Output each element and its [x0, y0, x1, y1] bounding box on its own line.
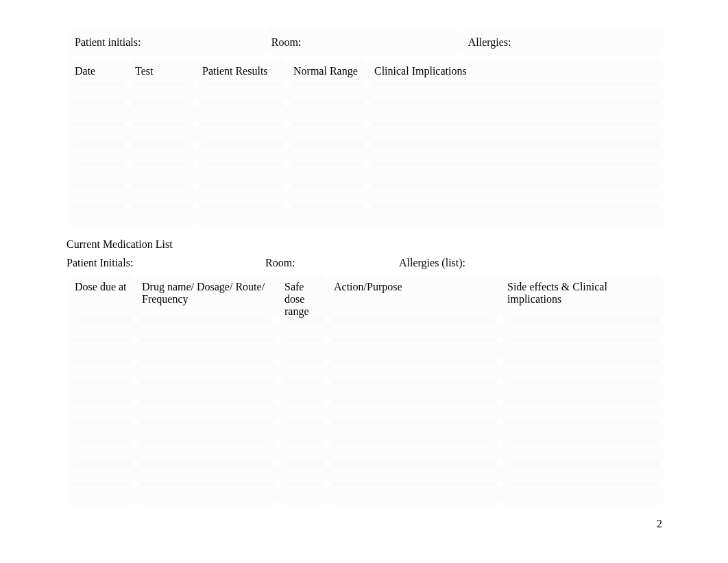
- labs-cell[interactable]: [370, 126, 661, 142]
- table-row: [71, 486, 661, 503]
- patient-info-table-1: Patient initials: Room: Allergies:: [65, 27, 666, 58]
- meds-header-safe-range: Safe dose range: [280, 278, 324, 318]
- labs-cell[interactable]: [71, 126, 125, 142]
- meds-cell[interactable]: [330, 384, 498, 400]
- meds-cell[interactable]: [280, 466, 324, 482]
- table-row: [71, 445, 661, 462]
- labs-cell[interactable]: [289, 167, 365, 184]
- labs-cell[interactable]: [71, 188, 125, 204]
- labs-cell[interactable]: [289, 105, 365, 122]
- labs-cell[interactable]: [370, 167, 661, 184]
- meds-cell[interactable]: [503, 404, 661, 421]
- table-row: [71, 167, 661, 184]
- meds-cell[interactable]: [138, 445, 275, 462]
- meds-allergies-cell[interactable]: Allergies (list):: [399, 252, 591, 274]
- meds-cell[interactable]: [71, 363, 132, 379]
- labs-cell[interactable]: [289, 208, 365, 225]
- labs-cell[interactable]: [289, 188, 365, 204]
- labs-cell[interactable]: [370, 188, 661, 204]
- labs-cell[interactable]: [198, 85, 284, 101]
- labs-cell[interactable]: [198, 147, 284, 163]
- meds-cell[interactable]: [330, 425, 498, 441]
- table-row: [71, 363, 661, 379]
- room-cell[interactable]: Room:: [267, 32, 459, 53]
- meds-cell[interactable]: [138, 425, 275, 441]
- labs-cell[interactable]: [71, 167, 125, 184]
- labs-cell[interactable]: [131, 126, 193, 142]
- table-row: [71, 85, 661, 101]
- labs-cell[interactable]: [198, 167, 284, 184]
- meds-cell[interactable]: [280, 363, 324, 379]
- meds-cell[interactable]: [503, 445, 661, 462]
- labs-cell[interactable]: [71, 147, 125, 163]
- meds-cell[interactable]: [71, 322, 132, 338]
- labs-cell[interactable]: [289, 126, 365, 142]
- meds-cell[interactable]: [138, 342, 275, 359]
- meds-cell[interactable]: [138, 466, 275, 482]
- meds-cell[interactable]: [503, 363, 661, 379]
- meds-cell[interactable]: [330, 363, 498, 379]
- labs-table: Date Test Patient Results Normal Range C…: [65, 58, 666, 229]
- meds-cell[interactable]: [71, 404, 132, 421]
- table-row: [71, 126, 661, 142]
- labs-cell[interactable]: [289, 147, 365, 163]
- table-row: [71, 466, 661, 482]
- page-number: 2: [657, 518, 662, 530]
- meds-cell[interactable]: [280, 404, 324, 421]
- meds-cell[interactable]: [71, 466, 132, 482]
- meds-cell[interactable]: [503, 466, 661, 482]
- meds-cell[interactable]: [280, 445, 324, 462]
- meds-cell[interactable]: [71, 384, 132, 400]
- meds-cell[interactable]: [503, 342, 661, 359]
- labs-cell[interactable]: [131, 208, 193, 225]
- meds-cell[interactable]: [280, 322, 324, 338]
- labs-cell[interactable]: [289, 85, 365, 101]
- meds-cell[interactable]: [503, 425, 661, 441]
- meds-cell[interactable]: [503, 384, 661, 400]
- meds-cell[interactable]: [330, 404, 498, 421]
- meds-cell[interactable]: [280, 425, 324, 441]
- labs-cell[interactable]: [131, 188, 193, 204]
- labs-cell[interactable]: [370, 208, 661, 225]
- meds-cell[interactable]: [280, 486, 324, 503]
- patient-initials-cell[interactable]: Patient initials:: [71, 32, 262, 53]
- meds-cell[interactable]: [330, 445, 498, 462]
- meds-cell[interactable]: [71, 486, 132, 503]
- meds-cell[interactable]: [503, 486, 661, 503]
- meds-cell[interactable]: [71, 425, 132, 441]
- table-row: [71, 188, 661, 204]
- labs-cell[interactable]: [71, 208, 125, 225]
- labs-cell[interactable]: [198, 126, 284, 142]
- labs-cell[interactable]: [71, 85, 125, 101]
- meds-room-cell[interactable]: Room:: [265, 252, 399, 274]
- meds-cell[interactable]: [138, 384, 275, 400]
- labs-cell[interactable]: [370, 85, 661, 101]
- labs-cell[interactable]: [198, 105, 284, 122]
- labs-cell[interactable]: [71, 105, 125, 122]
- labs-cell[interactable]: [370, 147, 661, 163]
- labs-cell[interactable]: [131, 105, 193, 122]
- meds-cell[interactable]: [280, 342, 324, 359]
- meds-cell[interactable]: [280, 384, 324, 400]
- meds-section-title: Current Medication List: [66, 238, 666, 251]
- labs-cell[interactable]: [131, 167, 193, 184]
- meds-cell[interactable]: [71, 342, 132, 359]
- labs-cell[interactable]: [198, 208, 284, 225]
- meds-cell[interactable]: [138, 486, 275, 503]
- meds-cell[interactable]: [138, 363, 275, 379]
- meds-cell[interactable]: [330, 466, 498, 482]
- meds-cell[interactable]: [330, 322, 498, 338]
- meds-cell[interactable]: [330, 486, 498, 503]
- meds-cell[interactable]: [138, 404, 275, 421]
- meds-cell[interactable]: [71, 445, 132, 462]
- meds-cell[interactable]: [503, 322, 661, 338]
- allergies-cell[interactable]: Allergies:: [464, 32, 661, 53]
- table-row: [71, 322, 661, 338]
- labs-cell[interactable]: [131, 147, 193, 163]
- meds-cell[interactable]: [138, 322, 275, 338]
- labs-cell[interactable]: [198, 188, 284, 204]
- labs-cell[interactable]: [370, 105, 661, 122]
- meds-initials-cell[interactable]: Patient Initials:: [66, 252, 265, 274]
- labs-cell[interactable]: [131, 85, 193, 101]
- meds-cell[interactable]: [330, 342, 498, 359]
